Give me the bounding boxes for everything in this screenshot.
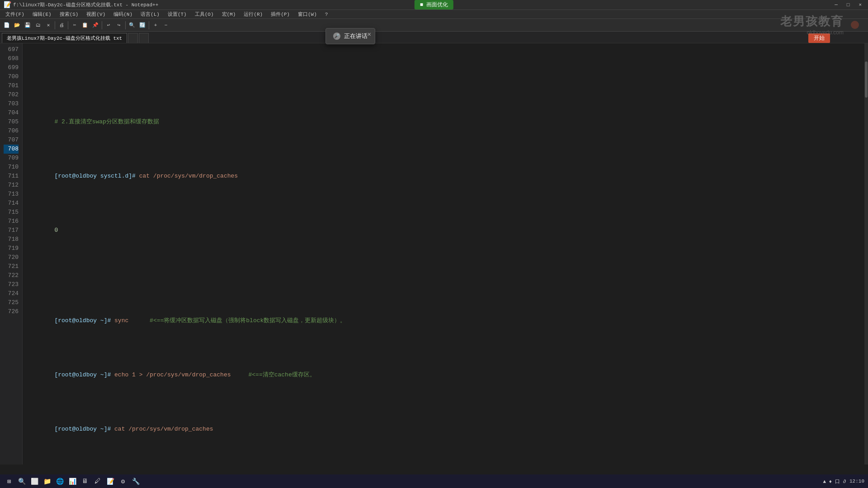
menu-help[interactable]: ? — [321, 11, 332, 18]
line-702-cmd: sync — [114, 317, 128, 324]
line-num-712: 712 — [4, 181, 19, 190]
line-num-725: 725 — [4, 298, 19, 307]
line-num-708: 708 — [4, 145, 19, 154]
line-num-718: 718 — [4, 235, 19, 244]
line-num-710: 710 — [4, 163, 19, 172]
tab-main-file-label: 老男孩Linux7期-Day2c-磁盘分区格式化挂载 txt — [7, 35, 122, 42]
line-num-723: 723 — [4, 280, 19, 289]
line-num-705: 705 — [4, 117, 19, 127]
taskbar-system-tray: ▲ ♦ 口 ∂ — [823, 478, 846, 485]
vertical-scrollbar[interactable] — [864, 43, 868, 465]
line-num-713: 713 — [4, 190, 19, 199]
toolbar-save[interactable]: 💾 — [23, 20, 33, 30]
app-icon-4[interactable]: 📝 — [105, 476, 116, 487]
tab-secondary-2[interactable] — [139, 33, 149, 43]
line-701 — [26, 271, 864, 280]
line-num-717: 717 — [4, 226, 19, 235]
app-icon-2[interactable]: 🖥 — [80, 476, 90, 487]
toolbar-close[interactable]: ✕ — [43, 20, 53, 30]
toolbar-redo[interactable]: ↪ — [114, 20, 124, 30]
toolbar-copy[interactable]: 📋 — [80, 20, 90, 30]
app-icon-6[interactable]: 🔧 — [130, 476, 141, 487]
line-num-719: 719 — [4, 244, 19, 253]
line-num-709: 709 — [4, 154, 19, 163]
taskbar-right: ▲ ♦ 口 ∂ 12:10 — [823, 478, 864, 485]
file-explorer-icon[interactable]: 📁 — [42, 476, 52, 487]
taskbar-time: 12:10 — [849, 479, 864, 484]
dialog-text: 正在讲话 — [344, 32, 368, 40]
app-icon-3[interactable]: 🖊 — [92, 476, 103, 487]
close-button[interactable]: × — [856, 2, 864, 8]
toolbar-find[interactable]: 🔍 — [127, 20, 137, 30]
line-699: [root@oldboy sysctl.d]# cat /proc/sys/vm… — [26, 163, 864, 190]
menu-view[interactable]: 视图(V) — [83, 10, 109, 18]
taskbar-left: ⊞ 🔍 ⬜ 📁 🌐 📊 🖥 🖊 📝 ⚙ 🔧 — [4, 476, 141, 487]
dialog-close-button[interactable]: ✕ — [368, 30, 371, 38]
toolbar-zoom-out[interactable]: − — [161, 20, 171, 30]
menu-tools[interactable]: 工具(O) — [191, 10, 217, 18]
title-bar: 📝 f:\linux7期-Day2c-磁盘分区格式化挂载.txt - Notep… — [0, 0, 868, 10]
app-icon-1[interactable]: 📊 — [67, 476, 78, 487]
line-num-697: 697 — [4, 45, 19, 54]
line-703-comment: #<==清空cache缓存区。 — [249, 371, 316, 378]
recording-area: ■ 画面优化 — [415, 0, 453, 9]
line-num-704: 704 — [4, 108, 19, 117]
app-icon-5[interactable]: ⚙ — [118, 476, 128, 487]
toolbar-save-all[interactable]: 🗂 — [33, 20, 43, 30]
taskview-icon[interactable]: ⬜ — [29, 476, 40, 487]
search-taskbar-icon[interactable]: 🔍 — [16, 476, 27, 487]
toolbar-new[interactable]: 📄 — [2, 20, 12, 30]
tab-main-file[interactable]: 老男孩Linux7期-Day2c-磁盘分区格式化挂载 txt — [2, 33, 127, 43]
start-button[interactable]: 开始 — [808, 33, 830, 43]
toolbar-open[interactable]: 📂 — [12, 20, 22, 30]
line-num-700: 700 — [4, 72, 19, 81]
toolbar-zoom-in[interactable]: + — [151, 20, 160, 30]
browser-icon[interactable]: 🌐 — [54, 476, 65, 487]
line-num-715: 715 — [4, 208, 19, 217]
menu-language[interactable]: 语言(L) — [137, 10, 163, 18]
title-bar-left: 📝 f:\linux7期-Day2c-磁盘分区格式化挂载.txt - Notep… — [4, 1, 158, 9]
menu-window[interactable]: 窗口(W) — [294, 10, 321, 18]
line-num-716: 716 — [4, 217, 19, 226]
menu-search[interactable]: 搜索(S) — [56, 10, 82, 18]
scrollbar-thumb[interactable] — [865, 61, 868, 98]
maximize-button[interactable]: □ — [844, 2, 853, 8]
line-703: [root@oldboy ~]# echo 1 > /proc/sys/vm/d… — [26, 361, 864, 389]
line-702-comment: #<==将缓冲区数据写入磁盘（强制将block数据写入磁盘，更新超级块）。 — [150, 317, 346, 324]
taskbar: ⊞ 🔍 ⬜ 📁 🌐 📊 🖥 🖊 📝 ⚙ 🔧 ▲ ♦ 口 ∂ 12:10 — [0, 474, 868, 488]
toolbar-cut[interactable]: ✂ — [70, 20, 80, 30]
toolbar-print[interactable]: 🖨 — [57, 20, 66, 30]
line-700: 0 — [26, 217, 864, 244]
toolbar-separator-5 — [149, 21, 149, 29]
line-num-699: 699 — [4, 63, 19, 72]
toolbar-separator-1 — [55, 21, 55, 29]
menu-plugins[interactable]: 插件(P) — [267, 10, 293, 18]
line-704-cmd: cat /proc/sys/vm/drop_caches — [114, 426, 213, 432]
line-num-703: 703 — [4, 99, 19, 108]
tab-secondary-1[interactable] — [128, 33, 138, 43]
menu-run[interactable]: 运行(R) — [240, 10, 266, 18]
line-num-721: 721 — [4, 262, 19, 271]
start-menu-icon[interactable]: ⊞ — [4, 476, 14, 487]
toolbar: 📄 📂 💾 🗂 ✕ 🖨 ✂ 📋 📌 ↩ ↪ 🔍 🔄 + − — [0, 19, 868, 32]
line-698-text: # 2.直接清空swap分区数据和缓存数据 — [54, 118, 159, 125]
menu-file[interactable]: 文件(F) — [2, 10, 28, 18]
line-num-726: 726 — [4, 307, 19, 316]
code-content[interactable]: # 2.直接清空swap分区数据和缓存数据 [root@oldboy sysct… — [23, 43, 868, 465]
menu-settings[interactable]: 设置(T) — [164, 10, 190, 18]
line-700-val: 0 — [54, 227, 58, 234]
editor-area[interactable]: 697 698 699 700 701 702 703 704 705 706 … — [0, 43, 868, 465]
line-num-702: 702 — [4, 90, 19, 99]
line-703-prompt: [root@oldboy ~]# — [54, 371, 114, 378]
menu-edit[interactable]: 编辑(E) — [29, 10, 55, 18]
recording-button[interactable]: ■ 画面优化 — [415, 0, 453, 9]
toolbar-replace[interactable]: 🔄 — [137, 20, 147, 30]
menu-encoding[interactable]: 编码(N) — [110, 10, 136, 18]
menu-macro[interactable]: 宏(M) — [218, 10, 240, 18]
window-title: f:\linux7期-Day2c-磁盘分区格式化挂载.txt - Notepad… — [13, 1, 158, 8]
toolbar-undo[interactable]: ↩ — [104, 20, 113, 30]
line-num-722: 722 — [4, 271, 19, 280]
minimize-button[interactable]: ─ — [832, 2, 840, 8]
line-num-701: 701 — [4, 81, 19, 90]
toolbar-paste[interactable]: 📌 — [90, 20, 100, 30]
